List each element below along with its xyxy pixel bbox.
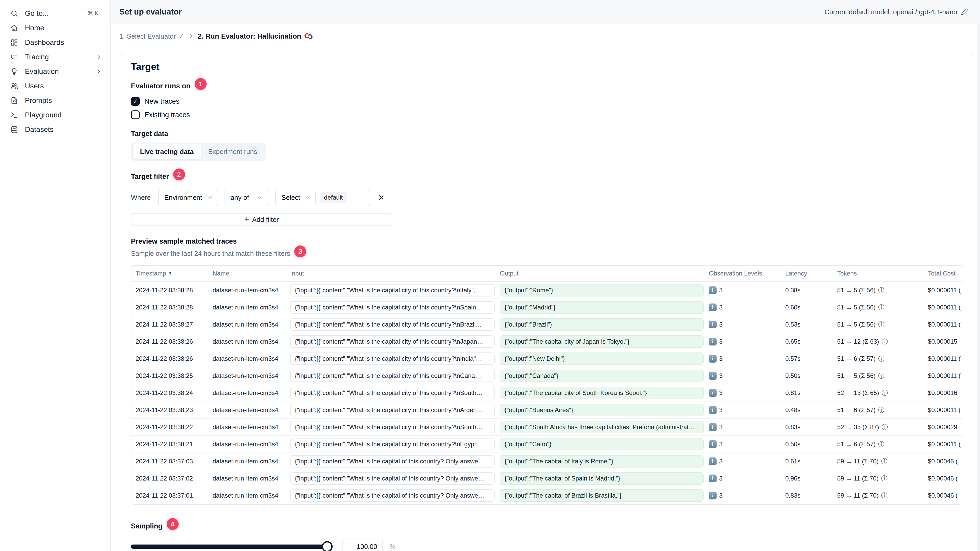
output-json-box[interactable]: {"output":"The capital city of South Kor… — [500, 387, 704, 399]
input-json-box[interactable]: {"input":[{"content":"What is the capita… — [290, 387, 495, 399]
output-json-box[interactable]: {"output":"New Delhi"} — [500, 353, 704, 365]
table-row[interactable]: 2024-11-22 03:38:23 dataset-run-item-cm3… — [132, 402, 963, 419]
cell-latency: 0.50s — [785, 441, 837, 448]
filter-value-select[interactable]: Select default — [275, 189, 370, 206]
input-json-box[interactable]: {"input":[{"content":"What is the capita… — [290, 421, 495, 433]
output-json-box[interactable]: {"output":"Buenos Aires"} — [500, 404, 704, 416]
pencil-icon[interactable] — [961, 8, 968, 16]
table-row[interactable]: 2024-11-22 03:37:01 dataset-run-item-cm3… — [132, 487, 963, 504]
col-total-cost[interactable]: Total Cost — [928, 270, 963, 277]
cell-tokens: 51 → 5 (Σ 56) ⓘ — [837, 303, 928, 311]
filter-operator-select[interactable]: any of — [224, 189, 269, 206]
cell-name: dataset-run-item-cm3s4 — [213, 458, 290, 465]
col-input[interactable]: Input — [290, 270, 500, 277]
scrollbar[interactable] — [977, 24, 980, 551]
cell-tokens: 51 → 12 (Σ 63) ⓘ — [837, 337, 928, 346]
output-json-box[interactable]: {"output":"South Africa has three capita… — [500, 421, 704, 433]
col-tokens[interactable]: Tokens — [837, 270, 928, 277]
info-emoji-icon: i — [709, 406, 717, 414]
plus-icon: + — [245, 215, 249, 223]
cell-name: dataset-run-item-cm3s4 — [213, 355, 290, 362]
table-row[interactable]: 2024-11-22 03:38:28 dataset-run-item-cm3… — [132, 282, 963, 299]
input-json-box[interactable]: {"input":[{"content":"What is the capita… — [290, 353, 495, 365]
input-json-box[interactable]: {"input":[{"content":"What is the capita… — [290, 438, 495, 451]
input-json-box[interactable]: {"input":[{"content":"What is the capita… — [290, 301, 495, 314]
output-json-box[interactable]: {"output":"Brazil"} — [500, 318, 704, 331]
cell-total-cost: $0.000016 — [928, 389, 963, 397]
checkbox-new-traces[interactable]: ✓ New traces — [131, 95, 963, 107]
sampling-slider[interactable] — [131, 545, 328, 549]
input-json-box[interactable]: {"input":[{"content":"What is the capita… — [290, 404, 495, 416]
cell-input: {"input":[{"content":"What is the capita… — [290, 284, 500, 297]
output-json-box[interactable]: {"output":"Madrid"} — [500, 301, 704, 314]
input-json-box[interactable]: {"input":[{"content":"What is the capita… — [290, 284, 495, 297]
cell-observation-levels: i 3 — [709, 440, 785, 448]
info-emoji-icon: i — [709, 492, 717, 499]
tab-live-tracing-data[interactable]: Live tracing data — [133, 144, 201, 159]
cell-output: {"output":"Brazil"} — [500, 318, 709, 331]
remove-filter-button[interactable]: × — [377, 192, 386, 202]
sidebar-item-datasets[interactable]: Datasets — [7, 122, 106, 137]
input-json-box[interactable]: {"input":[{"content":"What is the capita… — [290, 489, 495, 502]
input-json-box[interactable]: {"input":[{"content":"What is the capita… — [290, 472, 495, 485]
sidebar-item-label: Prompts — [25, 97, 102, 105]
cell-input: {"input":[{"content":"What is the capita… — [290, 472, 500, 485]
sidebar-item-prompts[interactable]: Prompts — [7, 93, 106, 108]
chevron-down-icon — [206, 194, 213, 201]
sort-desc-icon: ▼ — [168, 271, 172, 276]
filter-value-chip[interactable]: default — [320, 192, 347, 203]
cell-input: {"input":[{"content":"What is the capita… — [290, 421, 500, 433]
input-json-box[interactable]: {"input":[{"content":"What is the capita… — [290, 335, 495, 348]
col-observation-levels[interactable]: Observation Levels — [709, 270, 785, 277]
sidebar-item-tracing[interactable]: Tracing — [7, 50, 106, 64]
table-row[interactable]: 2024-11-22 03:38:26 dataset-run-item-cm3… — [132, 350, 963, 367]
checkbox-checked-icon[interactable]: ✓ — [131, 97, 140, 106]
goto-search[interactable]: Go to... ⌘ K — [7, 6, 106, 21]
sidebar-item-label: Home — [25, 24, 102, 32]
output-json-box[interactable]: {"output":"The capital of Spain is Madri… — [500, 472, 704, 485]
default-model[interactable]: Current default model: openai / gpt-4.1-… — [824, 8, 968, 16]
cell-observation-levels: i 3 — [709, 303, 785, 311]
col-latency[interactable]: Latency — [785, 270, 837, 277]
col-output[interactable]: Output — [500, 270, 709, 277]
table-row[interactable]: 2024-11-22 03:37:03 dataset-run-item-cm3… — [132, 453, 963, 470]
checkbox-existing-traces[interactable]: Existing traces — [131, 109, 963, 121]
input-json-box[interactable]: {"input":[{"content":"What is the capita… — [290, 318, 495, 331]
table-row[interactable]: 2024-11-22 03:38:27 dataset-run-item-cm3… — [132, 316, 963, 333]
checkbox-unchecked-icon[interactable] — [131, 110, 140, 119]
table-row[interactable]: 2024-11-22 03:38:21 dataset-run-item-cm3… — [132, 436, 963, 453]
output-json-box[interactable]: {"output":"The capital of Brazil is Bras… — [500, 489, 704, 502]
cell-output: {"output":"The capital city of Japan is … — [500, 335, 709, 348]
sidebar-item-users[interactable]: Users — [7, 79, 106, 93]
table-row[interactable]: 2024-11-22 03:38:22 dataset-run-item-cm3… — [132, 419, 963, 436]
col-name[interactable]: Name — [213, 270, 290, 277]
sidebar-item-playground[interactable]: Playground — [7, 108, 106, 122]
step-select-evaluator[interactable]: 1. Select Evaluator ✓ — [119, 32, 184, 40]
sidebar-item-evaluation[interactable]: Evaluation — [7, 64, 106, 79]
output-json-box[interactable]: {"output":"Canada"} — [500, 370, 704, 382]
output-json-box[interactable]: {"output":"The capital city of Japan is … — [500, 335, 704, 348]
info-emoji-icon: i — [709, 475, 717, 482]
output-json-box[interactable]: {"output":"Rome"} — [500, 284, 704, 297]
col-timestamp[interactable]: Timestamp ▼ — [135, 270, 213, 277]
table-row[interactable]: 2024-11-22 03:38:28 dataset-run-item-cm3… — [132, 299, 963, 316]
tab-experiment-runs[interactable]: Experiment runs — [201, 144, 264, 159]
table-row[interactable]: 2024-11-22 03:38:26 dataset-run-item-cm3… — [132, 333, 963, 350]
table-header-row: Timestamp ▼ Name Input Output Observatio… — [132, 266, 963, 282]
table-row[interactable]: 2024-11-22 03:38:24 dataset-run-item-cm3… — [132, 384, 963, 402]
filter-field-select[interactable]: Environment — [158, 189, 218, 206]
sidebar-item-dashboards[interactable]: Dashboards — [7, 35, 106, 50]
add-filter-button[interactable]: + Add filter — [131, 213, 392, 226]
output-json-box[interactable]: {"output":"The capital of Italy is Rome.… — [500, 455, 704, 468]
sidebar-item-home[interactable]: Home — [7, 21, 106, 35]
table-row[interactable]: 2024-11-22 03:37:02 dataset-run-item-cm3… — [132, 470, 963, 487]
cell-input: {"input":[{"content":"What is the capita… — [290, 455, 500, 468]
input-json-box[interactable]: {"input":[{"content":"What is the capita… — [290, 455, 495, 468]
sampling-value-input[interactable]: 100.00 — [342, 538, 383, 551]
cell-total-cost: $0.000029 — [928, 424, 963, 431]
input-json-box[interactable]: {"input":[{"content":"What is the capita… — [290, 370, 495, 382]
cell-total-cost: $0.000011 ( — [928, 441, 963, 448]
slider-thumb[interactable] — [322, 541, 332, 551]
output-json-box[interactable]: {"output":"Cairo"} — [500, 438, 704, 451]
table-row[interactable]: 2024-11-22 03:38:25 dataset-run-item-cm3… — [132, 367, 963, 384]
